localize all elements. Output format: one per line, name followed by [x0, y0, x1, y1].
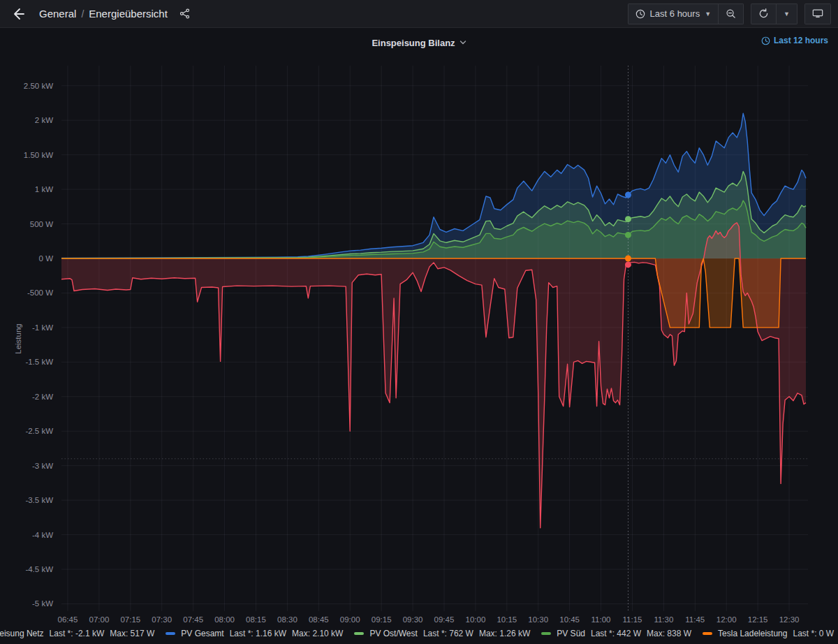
x-tick-label: 09:45	[434, 615, 455, 624]
chart-legend: Einspeisung NetzLast *: -2.1 kWMax: 517 …	[0, 626, 838, 641]
legend-last-value: Last *: 442 W	[591, 629, 641, 638]
legend-swatch	[354, 632, 364, 635]
x-tick-label: 10:30	[528, 615, 548, 624]
x-tick-label: 07:15	[120, 615, 140, 624]
x-tick-label: 07:00	[89, 615, 110, 624]
chevron-down-icon: ▼	[784, 10, 790, 17]
x-tick-label: 07:45	[183, 615, 203, 624]
legend-max-value: Max: 2.10 kW	[292, 629, 343, 638]
navbar-controls: Last 6 hours ▼	[628, 3, 831, 24]
legend-last-value: Last *: 1.16 kW	[230, 629, 286, 638]
zoom-out-button[interactable]	[719, 3, 744, 24]
legend-last-value: Last *: 762 W	[423, 629, 473, 638]
legend-swatch	[703, 632, 712, 635]
monitor-icon	[812, 8, 823, 19]
legend-swatch	[166, 632, 175, 635]
legend-swatch	[541, 632, 551, 635]
last-point-dot-pv-gesamt	[625, 192, 631, 198]
breadcrumb: General / Energieübersicht	[39, 8, 190, 20]
panel-time-override-label: Last 12 hours	[774, 36, 828, 45]
y-tick-label: 500 W	[30, 220, 53, 228]
clock-icon	[761, 36, 770, 45]
last-point-dot-pv-s-d	[625, 232, 631, 238]
x-tick-label: 08:00	[214, 615, 235, 624]
x-tick-label: 09:30	[403, 615, 423, 624]
x-tick-label: 12:00	[716, 615, 737, 624]
y-tick-label: 2 kW	[35, 116, 53, 124]
back-button[interactable]	[7, 3, 29, 25]
breadcrumb-section[interactable]: General	[39, 8, 76, 20]
legend-series-name: PV Ost/West	[369, 629, 417, 638]
x-tick-label: 10:00	[466, 615, 486, 624]
x-tick-label: 11:15	[623, 615, 642, 624]
y-tick-label: -5 kW	[32, 599, 53, 608]
panel-header: Einspeisung Bilanz Last 12 hours	[0, 34, 838, 52]
x-tick-label: 07:30	[152, 615, 172, 624]
refresh-controls-group: ▼	[751, 3, 797, 24]
breadcrumb-page[interactable]: Energieübersicht	[89, 8, 168, 20]
legend-series-name: Einspeisung Netz	[0, 629, 44, 638]
time-series-chart[interactable]: 2.50 kW2 kW1.50 kW1 kW500 W0 W-500 W-1 k…	[0, 56, 838, 643]
x-tick-label: 10:15	[497, 615, 517, 624]
y-tick-label: 1 kW	[35, 185, 53, 193]
x-tick-label: 12:30	[779, 615, 800, 624]
y-tick-label: -2 kW	[32, 393, 53, 401]
x-tick-label: 10:45	[559, 615, 580, 624]
x-tick-label: 09:15	[372, 615, 392, 624]
refresh-icon	[758, 8, 769, 19]
legend-item-pv-s-d[interactable]: PV SüdLast *: 442 WMax: 838 W	[541, 629, 691, 638]
time-range-label: Last 6 hours	[650, 8, 700, 19]
chevron-down-icon	[460, 40, 466, 45]
clock-icon	[635, 9, 645, 19]
time-range-picker[interactable]: Last 6 hours ▼	[628, 3, 719, 24]
share-icon	[179, 8, 190, 19]
panel-time-override[interactable]: Last 12 hours	[761, 36, 828, 45]
legend-max-value: Max: 838 W	[647, 629, 691, 638]
time-controls-group: Last 6 hours ▼	[628, 3, 744, 24]
x-tick-label: 12:15	[748, 615, 768, 624]
legend-last-value: Last *: 0 W	[793, 629, 834, 638]
x-tick-label: 08:45	[309, 615, 329, 624]
chart-svg[interactable]: 2.50 kW2 kW1.50 kW1 kW500 W0 W-500 W-1 k…	[0, 56, 838, 643]
breadcrumb-separator: /	[81, 8, 84, 20]
x-tick-label: 08:30	[277, 615, 297, 624]
tv-mode-group	[804, 3, 831, 24]
x-tick-label: 11:30	[654, 615, 673, 624]
arrow-left-icon	[11, 7, 25, 21]
y-tick-label: -3.5 kW	[25, 496, 53, 504]
y-tick-label: -1 kW	[32, 323, 53, 332]
x-tick-label: 11:45	[685, 615, 705, 624]
x-tick-label: 09:00	[340, 615, 360, 624]
x-tick-label: 11:00	[591, 615, 611, 624]
legend-max-value: Max: 1.26 kW	[479, 629, 530, 638]
last-point-dot-tesla-ladeleistung	[625, 256, 631, 262]
grafana-dashboard: General / Energieübersicht	[0, 0, 838, 644]
share-button[interactable]	[179, 8, 190, 19]
x-tick-label: 08:15	[246, 615, 266, 624]
legend-series-name: PV Süd	[557, 629, 585, 638]
y-tick-label: 1.50 kW	[24, 151, 53, 159]
panel-title-menu[interactable]: Einspeisung Bilanz	[0, 34, 838, 52]
legend-max-value: Max: 517 W	[110, 629, 154, 638]
y-tick-label: 0 W	[39, 254, 54, 263]
y-tick-label: -4 kW	[32, 531, 53, 539]
tv-mode-button[interactable]	[804, 3, 831, 24]
x-tick-label: 06:45	[58, 615, 78, 624]
y-tick-label: -4.5 kW	[25, 565, 53, 573]
legend-item-pv-gesamt[interactable]: PV GesamtLast *: 1.16 kWMax: 2.10 kW	[166, 629, 343, 638]
y-tick-label: -500 W	[27, 288, 53, 297]
legend-item-pv-ost-west[interactable]: PV Ost/WestLast *: 762 WMax: 1.26 kW	[354, 629, 530, 638]
top-navbar: General / Energieübersicht	[0, 0, 838, 28]
y-tick-label: -3 kW	[32, 462, 53, 470]
legend-last-value: Last *: -2.1 kW	[50, 629, 105, 638]
refresh-interval-dropdown[interactable]: ▼	[777, 3, 797, 24]
legend-series-name: PV Gesamt	[181, 629, 223, 638]
legend-item-einspeisung-netz[interactable]: Einspeisung NetzLast *: -2.1 kWMax: 517 …	[0, 629, 154, 638]
y-tick-label: 2.50 kW	[24, 82, 53, 90]
panel-title: Einspeisung Bilanz	[372, 38, 455, 48]
refresh-button[interactable]	[751, 3, 777, 24]
last-point-dot-pv-ost-west	[625, 216, 631, 222]
legend-series-name: Tesla Ladeleistung	[718, 629, 787, 638]
chevron-down-icon: ▼	[705, 10, 711, 17]
legend-item-tesla-ladeleistung[interactable]: Tesla LadeleistungLast *: 0 WMax: 0 W	[703, 629, 838, 638]
